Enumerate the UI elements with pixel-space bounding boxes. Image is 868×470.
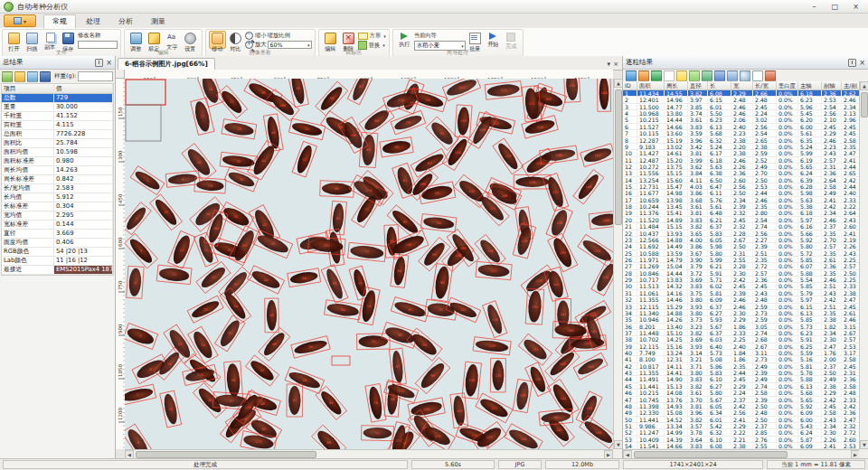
grain-row[interactable]: 212.40114.963.976.152.482.480.0%6.232.53… xyxy=(623,97,860,103)
batch-button[interactable]: 批量 xyxy=(467,31,484,49)
grain-row[interactable]: 611.52714.663.836.132.402.560.0%6.002.45… xyxy=(623,124,860,130)
grain-row[interactable]: 2111.48415.153.826.372.322.740.0%6.162.3… xyxy=(623,223,860,230)
zoom-in-button[interactable]: 放大 xyxy=(245,41,267,49)
refresh-icon[interactable] xyxy=(27,71,38,82)
grain-row[interactable]: 1210.27213.753.625.632.262.490.0%5.652.3… xyxy=(623,164,860,170)
summary-row[interactable]: 宽均值2.295 xyxy=(2,212,113,221)
grain-row[interactable]: 4311.35514.413.805.832.442.390.0%5.782.5… xyxy=(623,370,860,376)
minimize-button[interactable]: – xyxy=(806,1,823,13)
summary-row[interactable]: 千粒重41.152 xyxy=(2,112,113,121)
grain-row[interactable]: 1311.55615.153.846.382.362.700.0%6.242.3… xyxy=(623,170,860,176)
grain-row[interactable]: 1710.65913.983.685.762.342.460.0%5.632.4… xyxy=(623,197,860,203)
summary-row[interactable]: 圆度均值0.406 xyxy=(2,239,113,248)
grain-row[interactable]: 4411.49114.903.836.102.452.490.0%5.882.4… xyxy=(623,376,860,382)
grain-row[interactable]: 368.20113.403.235.671.863.050.0%5.731.82… xyxy=(623,324,860,330)
grain-row[interactable]: 99.18313.023.425.242.202.380.0%5.242.232… xyxy=(623,144,860,150)
grain-row[interactable]: 4210.81714.113.715.862.352.490.0%5.812.3… xyxy=(623,363,860,370)
summary-row[interactable]: 周长均值14.263 xyxy=(2,166,113,175)
summary-row[interactable]: 宽标准差0.144 xyxy=(2,221,113,230)
summary-row[interactable]: 面积标准差0.980 xyxy=(2,157,113,166)
column-header[interactable]: 宽 xyxy=(731,81,753,89)
grain-row[interactable]: 1611.67714.983.866.112.502.440.0%5.982.4… xyxy=(623,190,860,196)
column-header[interactable]: 副轴 xyxy=(822,81,842,89)
summary-row[interactable]: 面积均值10.598 xyxy=(2,148,113,157)
run-button[interactable]: 执行 xyxy=(396,31,413,49)
grain-row[interactable]: 1112.48715.203.996.182.462.520.0%6.192.5… xyxy=(623,157,860,164)
summary-row[interactable]: 周长标准差0.842 xyxy=(2,175,113,184)
finish-button[interactable]: 完成 xyxy=(503,31,520,49)
summary-row[interactable]: RGB颜色54 |20 |13 xyxy=(2,248,113,257)
grain-vertical-scrollbar[interactable]: ▲ ▼ xyxy=(859,81,868,449)
adjust-button[interactable]: 调整 xyxy=(127,31,145,49)
grain-row[interactable]: 1810.24413.453.615.612.392.350.0%5.382.4… xyxy=(623,203,860,210)
edit-icon[interactable] xyxy=(14,71,25,82)
column-header[interactable]: 项目 xyxy=(2,84,54,93)
next-record-icon[interactable] xyxy=(714,70,725,81)
scroll-up-icon[interactable]: ▲ xyxy=(860,81,868,90)
column-header[interactable]: 周长 xyxy=(665,81,688,89)
grain-row[interactable]: 510.21514.443.616.232.063.020.0%6.202.10… xyxy=(623,117,860,123)
summary-row[interactable]: 长/宽均值2.583 xyxy=(2,184,113,193)
start-button[interactable]: 开始 xyxy=(485,31,502,49)
column-header[interactable]: 主轴 xyxy=(798,81,822,89)
grain-row[interactable]: 3411.34014.883.806.272.302.730.0%6.132.3… xyxy=(623,310,860,316)
promote-icon[interactable] xyxy=(727,70,738,81)
grain-row[interactable]: 4912.33015.083.966.342.562.480.0%6.092.5… xyxy=(623,409,860,416)
chart-icon[interactable] xyxy=(765,70,776,81)
summary-row[interactable]: 总数729 xyxy=(2,94,113,103)
grain-row[interactable]: 2611.97114.793.905.992.552.350.0%5.852.6… xyxy=(623,257,860,263)
tab-measure[interactable]: 测量 xyxy=(143,15,174,28)
grain-row[interactable]: 2210.43713.933.655.832.282.560.0%5.662.3… xyxy=(623,230,860,237)
grain-row[interactable]: 4511.44115.133.826.272.292.740.0%6.132.3… xyxy=(623,383,860,390)
scrollbar-thumb[interactable] xyxy=(861,92,868,118)
summary-row[interactable]: 长标准差0.304 xyxy=(2,202,113,212)
app-menu-button[interactable]: ▾ xyxy=(4,14,36,27)
close-document-icon[interactable]: × xyxy=(613,61,618,68)
square-button[interactable]: 方形 ▾ xyxy=(358,32,386,40)
undo-icon[interactable] xyxy=(638,70,649,81)
grain-row[interactable]: 812.28715.193.966.322.382.650.0%6.352.46… xyxy=(623,137,860,144)
summary-row[interactable]: Lab颜色11 |16 |12 xyxy=(2,257,113,266)
close-button[interactable]: × xyxy=(847,1,864,13)
grain-row[interactable]: 111.43414.553.826.082.292.660.0%6.182.36… xyxy=(623,90,860,97)
summary-row[interactable]: 重量30.000 xyxy=(2,103,113,112)
grain-row[interactable]: 4610.21514.083.615.802.242.580.0%5.682.2… xyxy=(623,390,860,396)
grain-row[interactable]: 519.98613.343.575.422.292.370.0%5.432.34… xyxy=(623,423,860,429)
text-button[interactable]: 文字 xyxy=(164,31,181,49)
grain-row[interactable]: 407.74913.243.145.731.843.110.0%5.591.76… xyxy=(623,350,860,356)
grain-row[interactable]: 4710.74513.763.705.672.372.390.0%5.652.4… xyxy=(623,397,860,403)
column-header[interactable]: 长/宽 xyxy=(753,81,777,89)
grain-row[interactable]: 1911.37615.413.816.482.322.800.0%6.182.3… xyxy=(623,210,860,216)
export-icon[interactable] xyxy=(2,71,13,82)
grain-row[interactable]: 3111.06114.163.755.812.392.430.0%5.792.4… xyxy=(623,290,860,296)
edit-document-icon[interactable] xyxy=(676,70,687,81)
summary-row[interactable]: 直径3.669 xyxy=(2,230,113,239)
prev-record-icon[interactable] xyxy=(702,70,712,81)
grain-row[interactable]: 311.50014.773.856.012.462.450.0%5.962.54… xyxy=(623,104,860,110)
grain-row[interactable]: 1011.42714.613.816.172.382.590.0%5.992.4… xyxy=(623,150,860,156)
zoom-ratio-select[interactable]: 60% ▾ xyxy=(268,41,312,49)
column-header[interactable]: 主/副 xyxy=(842,81,860,89)
move-button[interactable]: 移动 xyxy=(209,31,226,49)
panel-icon[interactable] xyxy=(752,70,763,81)
filter-icon[interactable] xyxy=(651,70,662,81)
image-canvas[interactable]: 1234567891011121314151617181920212223242… xyxy=(125,79,613,449)
close-icon[interactable]: × xyxy=(859,60,865,66)
target-edit-button[interactable]: 编辑 xyxy=(322,31,339,49)
image-vertical-scrollbar[interactable]: ▲ ▼ xyxy=(613,79,622,449)
calibrate-button[interactable]: 标定 xyxy=(146,31,163,49)
grain-row[interactable]: 2810.84614.443.725.912.302.570.0%5.882.3… xyxy=(623,270,860,277)
grain-row[interactable]: 2312.56614.884.006.052.672.270.0%5.922.7… xyxy=(623,237,860,243)
pin-icon[interactable] xyxy=(95,59,103,67)
grain-row[interactable]: 2910.71713.833.695.712.422.360.0%5.542.4… xyxy=(623,277,860,283)
tab-general[interactable]: 常规 xyxy=(43,14,76,29)
report-icon[interactable] xyxy=(664,70,675,81)
summary-row[interactable]: 长均值5.912 xyxy=(2,193,113,202)
grain-row[interactable]: 5411.54114.663.836.082.382.550.0%6.092.4… xyxy=(623,443,860,449)
grain-row[interactable]: 1413.25415.604.116.502.602.500.0%6.392.6… xyxy=(623,177,860,183)
close-icon[interactable]: × xyxy=(106,60,112,66)
grain-row[interactable]: 3312.11515.293.936.372.462.590.0%6.152.5… xyxy=(623,304,860,310)
grain-row[interactable]: 3510.94614.263.735.932.292.590.0%5.852.3… xyxy=(623,316,860,323)
grain-row[interactable]: 3912.11515.163.936.402.402.670.0%6.252.4… xyxy=(623,343,860,350)
tab-process[interactable]: 处理 xyxy=(78,15,108,28)
